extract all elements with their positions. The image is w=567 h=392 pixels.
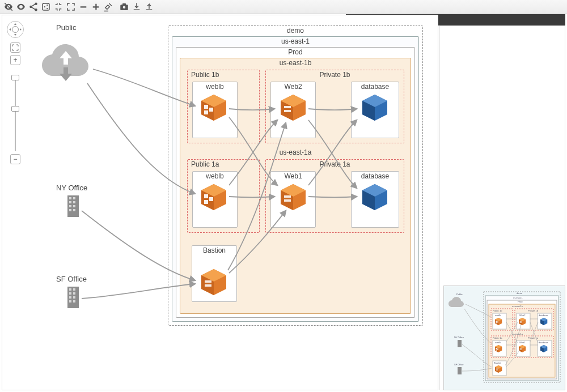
svg-rect-41	[458, 367, 462, 374]
svg-rect-12	[122, 3, 126, 5]
svg-text:database: database	[539, 341, 548, 344]
group-prod[interactable]: Prod us-east-1b Public 1b weblb Private …	[176, 47, 415, 318]
svg-rect-9	[95, 4, 96, 10]
svg-point-4	[44, 6, 45, 7]
svg-text:Public 1b: Public 1b	[493, 309, 502, 312]
group-demo[interactable]: demo us-east-1 Prod us-east-1b Public 1b…	[168, 25, 423, 326]
svg-text:Bastion: Bastion	[494, 361, 501, 364]
subnet-public-1b[interactable]: Public 1b weblb	[187, 70, 260, 143]
upload-icon[interactable]	[143, 1, 155, 13]
zoom-slider-thumb[interactable]	[11, 106, 19, 112]
weblb-1a-label: weblb	[193, 172, 237, 181]
zoom-in-icon[interactable]	[90, 1, 102, 13]
camera-icon[interactable]	[118, 1, 130, 13]
plus-button[interactable]: +	[10, 55, 20, 65]
svg-text:SF Office: SF Office	[454, 363, 464, 366]
gavel-icon[interactable]	[102, 1, 115, 13]
svg-text:demo: demo	[517, 292, 523, 295]
svg-text:Web1: Web1	[519, 341, 526, 344]
node-db-1b[interactable]: database	[351, 82, 399, 138]
svg-rect-17	[69, 201, 71, 203]
az1b-title: us-east-1b	[180, 58, 411, 67]
svg-rect-24	[69, 288, 71, 291]
compress-icon[interactable]	[52, 1, 65, 13]
svg-point-5	[46, 5, 48, 6]
ny-label: NY Office	[56, 184, 87, 192]
building-icon	[66, 286, 81, 309]
weblb-1b-label: weblb	[193, 82, 237, 91]
diagram-canvas[interactable]: + − Public NY Office SF Office demo us-e…	[2, 15, 438, 390]
svg-text:weblb: weblb	[495, 314, 501, 317]
pub1b-title: Public 1b	[188, 70, 259, 79]
svg-text:Public 1a: Public 1a	[493, 336, 502, 339]
minimap[interactable]: Public NY Office SF Office demo us-east-…	[443, 286, 565, 390]
share-alt-icon[interactable]	[40, 1, 52, 13]
eye-icon[interactable]	[15, 1, 27, 13]
svg-text:us-east-1: us-east-1	[513, 296, 523, 299]
subnet-private-1a[interactable]: Private 1a Web1 database	[265, 159, 404, 233]
pan-wheel[interactable]	[7, 21, 24, 38]
node-weblb-1a[interactable]: weblb	[192, 171, 238, 228]
db1b-label: database	[352, 82, 399, 91]
svg-rect-25	[73, 288, 75, 291]
svg-text:Public: Public	[456, 293, 463, 296]
node-db-1a[interactable]: database	[351, 171, 399, 228]
svg-rect-27	[73, 292, 75, 295]
svg-text:NY Office: NY Office	[454, 336, 464, 339]
demo-title: demo	[168, 26, 422, 35]
svg-rect-22	[73, 209, 75, 211]
svg-text:Web2: Web2	[519, 314, 526, 317]
priv1a-title: Private 1a	[266, 160, 404, 169]
download-icon[interactable]	[130, 1, 143, 13]
sf-label: SF Office	[56, 275, 87, 283]
zoom-slider-thumb-top[interactable]	[11, 75, 19, 80]
svg-rect-30	[69, 300, 71, 302]
svg-rect-19	[69, 205, 71, 207]
node-web1[interactable]: Web1	[270, 171, 316, 228]
priv1b-title: Private 1b	[266, 70, 404, 79]
subnet-public-1a[interactable]: Public 1a weblb	[187, 159, 260, 233]
svg-text:database: database	[539, 314, 548, 317]
minus-button[interactable]: −	[10, 154, 20, 164]
svg-point-1	[35, 3, 37, 6]
svg-point-0	[29, 6, 32, 8]
svg-text:weblb: weblb	[495, 341, 501, 344]
pub1a-title: Public 1a	[188, 160, 259, 169]
zoom-out-icon[interactable]	[77, 1, 90, 13]
cloud-icon	[39, 37, 93, 88]
eye-off-icon[interactable]	[2, 1, 15, 13]
svg-text:Private 1a: Private 1a	[528, 336, 539, 339]
svg-rect-16	[73, 197, 75, 199]
fit-button[interactable]	[10, 42, 20, 53]
svg-point-11	[123, 6, 126, 9]
db1a-label: database	[352, 172, 399, 181]
svg-text:us-east-1a: us-east-1a	[512, 333, 523, 335]
subnet-private-1b[interactable]: Private 1b Web2 database	[265, 70, 404, 143]
toolbar	[0, 0, 567, 14]
svg-text:us-east-1b: us-east-1b	[512, 305, 523, 308]
svg-rect-26	[69, 292, 71, 295]
share-icon[interactable]	[27, 1, 40, 13]
group-vpc[interactable]: us-east-1b Public 1b weblb Private 1b We…	[180, 58, 411, 314]
node-web2[interactable]: Web2	[270, 82, 316, 138]
svg-rect-18	[73, 201, 75, 203]
zoom-slider[interactable]	[15, 78, 16, 151]
svg-rect-20	[73, 205, 75, 207]
prod-title: Prod	[176, 48, 414, 57]
group-region[interactable]: us-east-1 Prod us-east-1b Public 1b webl…	[172, 36, 419, 322]
svg-rect-28	[69, 296, 71, 299]
svg-text:Private 1b: Private 1b	[528, 309, 539, 312]
svg-rect-29	[73, 296, 75, 299]
svg-rect-39	[458, 340, 462, 347]
svg-rect-31	[73, 300, 75, 302]
public-label: Public	[56, 23, 76, 32]
node-bastion[interactable]: Bastion	[192, 245, 237, 302]
svg-rect-7	[81, 6, 87, 7]
node-weblb-1b[interactable]: weblb	[192, 82, 238, 138]
region-title: us-east-1	[172, 37, 418, 46]
expand-icon[interactable]	[65, 1, 77, 13]
web1-label: Web1	[271, 172, 315, 181]
svg-rect-3	[43, 3, 49, 10]
svg-point-6	[46, 8, 48, 9]
web2-label: Web2	[271, 82, 315, 91]
